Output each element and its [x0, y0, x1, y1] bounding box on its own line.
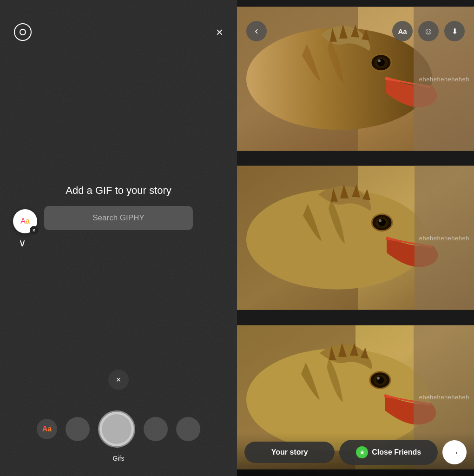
- green-star-icon: ★: [356, 446, 368, 458]
- download-button[interactable]: ⬇: [444, 21, 465, 41]
- watermark-1: eheheheheheheh: [419, 75, 469, 82]
- sticker-badge-a: A: [20, 217, 26, 225]
- media-option-3[interactable]: [176, 417, 200, 441]
- watermark-2: eheheheheheheh: [419, 234, 469, 241]
- send-icon: →: [450, 447, 459, 458]
- search-giphy-bar[interactable]: Search GIPHY: [44, 206, 193, 230]
- chevron-down-icon[interactable]: ∨: [19, 237, 26, 249]
- bottom-label: Gifs: [113, 455, 125, 462]
- sticker-icon: ☺: [424, 26, 433, 37]
- your-story-button[interactable]: Your story: [244, 442, 335, 463]
- download-icon: ⬇: [452, 27, 458, 36]
- story-image-2: eheheheheheheh: [237, 159, 474, 317]
- sticker-tool-button[interactable]: ☺: [418, 21, 439, 41]
- right-bottom-bar: Your story ★ Close Friends →: [237, 432, 474, 476]
- text-tool-button[interactable]: Aa: [392, 21, 413, 41]
- sticker-badge-a2: a: [26, 217, 30, 225]
- shutter-inner: [102, 414, 132, 444]
- search-giphy-placeholder: Search GIPHY: [92, 213, 145, 223]
- bottom-controls: Aa: [9, 410, 228, 448]
- svg-point-15: [379, 219, 382, 222]
- left-middle-content: Add a GIF to your story Search GIPHY: [0, 13, 237, 401]
- media-option-1[interactable]: [66, 417, 90, 441]
- media-option-2[interactable]: [144, 417, 168, 441]
- send-button[interactable]: →: [442, 440, 467, 464]
- watermark-3: eheheheheheheh: [419, 394, 469, 401]
- shutter-button[interactable]: [98, 410, 135, 448]
- left-bottom-bar: Aa Gifs: [0, 401, 237, 476]
- badge-close-btn[interactable]: ×: [30, 226, 38, 234]
- story-images: eheheheheheheh: [237, 0, 474, 476]
- right-top-bar: ‹ Aa ☺ ⬇: [237, 0, 474, 46]
- cancel-gif-button[interactable]: ×: [108, 370, 129, 390]
- sticker-badge[interactable]: Aa ×: [13, 209, 37, 233]
- svg-point-6: [378, 60, 381, 62]
- right-top-actions: Aa ☺ ⬇: [392, 21, 465, 41]
- close-friends-button[interactable]: ★ Close Friends: [339, 440, 438, 465]
- right-panel: eheheheheheheh: [237, 0, 474, 476]
- your-story-label: Your story: [271, 448, 308, 456]
- text-tool-label: Aa: [42, 425, 52, 433]
- add-gif-title: Add a GIF to your story: [66, 185, 171, 197]
- back-button[interactable]: ‹: [246, 21, 267, 41]
- text-tool-label: Aa: [398, 27, 407, 35]
- close-friends-label: Close Friends: [372, 448, 421, 456]
- svg-point-24: [377, 377, 380, 379]
- text-tool-button[interactable]: Aa: [37, 419, 57, 439]
- left-panel: × Add a GIF to your story Search GIPHY A…: [0, 0, 237, 476]
